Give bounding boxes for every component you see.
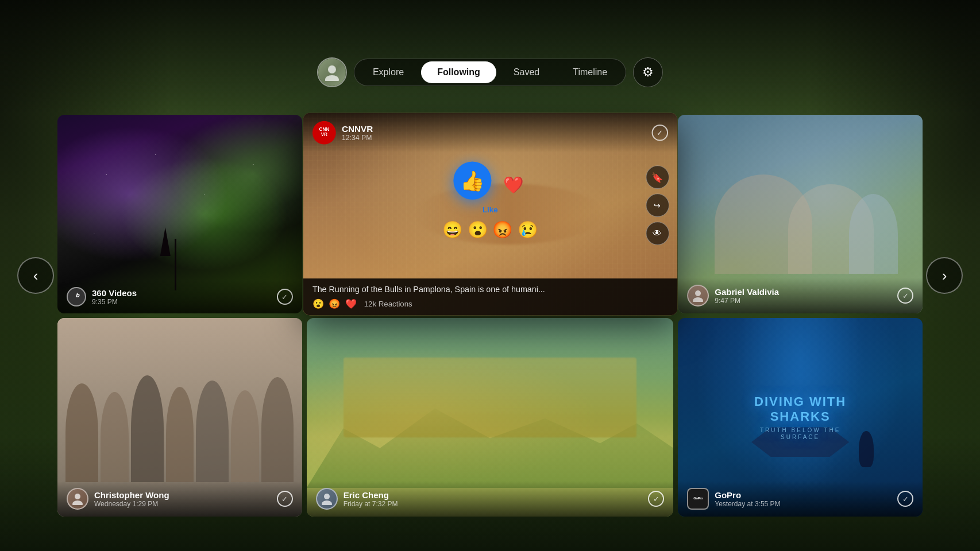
svg-point-6 bbox=[324, 494, 330, 499]
cnnvr-check[interactable]: ✓ bbox=[651, 125, 668, 141]
wow-reaction[interactable]: 😮 bbox=[467, 220, 488, 239]
card-gopro-check[interactable]: ✓ bbox=[897, 491, 913, 507]
prev-arrow-button[interactable]: ‹ bbox=[17, 257, 54, 294]
cnnvr-avatar: CNNVR bbox=[312, 121, 336, 145]
card-aurora-time: 9:35 PM bbox=[92, 298, 271, 306]
cnnvr-header: CNNVR CNNVR 12:34 PM ✓ bbox=[303, 113, 677, 153]
reactions-row: 😮 😡 ❤️ 12k Reactions bbox=[312, 298, 668, 309]
card-aurora-check[interactable]: ✓ bbox=[277, 289, 293, 305]
card-eric[interactable]: Eric Cheng Friday at 7:32 PM ✓ bbox=[307, 318, 674, 517]
caption-text: The Running of the Bulls in Pamplona, Sp… bbox=[312, 284, 668, 293]
svg-point-4 bbox=[75, 494, 80, 499]
reaction-count: 12k Reactions bbox=[364, 300, 412, 308]
card-avatar-gabriel bbox=[687, 285, 709, 306]
card-gopro-title: GoPro bbox=[715, 490, 892, 500]
card-eric-text: Eric Cheng Friday at 7:32 PM bbox=[344, 490, 643, 508]
heart-reaction[interactable]: ❤️ bbox=[503, 175, 524, 195]
share-button[interactable]: ↪ bbox=[646, 193, 669, 217]
content-grid: ᵇ 360 Videos 9:35 PM ✓ CNNVR CNNVR 12:34… bbox=[57, 115, 923, 517]
tab-saved[interactable]: Saved bbox=[497, 61, 555, 83]
settings-button[interactable]: ⚙ bbox=[633, 57, 663, 87]
card-aurora[interactable]: ᵇ 360 Videos 9:35 PM ✓ bbox=[57, 115, 302, 313]
person3 bbox=[849, 194, 898, 273]
action-buttons: 🔖 ↪ 👁 bbox=[646, 165, 669, 245]
haha-reaction[interactable]: 😄 bbox=[442, 220, 462, 239]
svg-point-7 bbox=[322, 500, 332, 505]
b-logo-letter: ᵇ bbox=[75, 292, 79, 302]
avatar-image bbox=[318, 59, 346, 86]
card-avatar-gopro: GoPro bbox=[687, 488, 709, 510]
cnnvr-time: 12:34 PM bbox=[342, 134, 646, 142]
cnnvr-text: CNNVR 12:34 PM bbox=[342, 123, 646, 142]
card-eric-check[interactable]: ✓ bbox=[648, 491, 664, 507]
sad-reaction[interactable]: 😢 bbox=[518, 220, 538, 239]
card-christopher[interactable]: Christopher Wong Wednesday 1:29 PM ✓ bbox=[57, 318, 302, 517]
reaction-heart-icon: ❤️ bbox=[345, 298, 357, 309]
cnnvr-name: CNNVR bbox=[342, 123, 646, 133]
card-eric-info: Eric Cheng Friday at 7:32 PM ✓ bbox=[307, 481, 674, 517]
chevron-right-icon: › bbox=[942, 267, 947, 285]
card-gopro[interactable]: DIVING WITH SHARKS TRUTH BELOW THE SURFA… bbox=[678, 318, 923, 517]
sharks-subtitle-text: TRUTH BELOW THE SURFACE bbox=[739, 426, 862, 440]
card-gabriel[interactable]: Gabriel Valdivia 9:47 PM ✓ bbox=[678, 115, 923, 313]
card-gabriel-info: Gabriel Valdivia 9:47 PM ✓ bbox=[678, 278, 923, 313]
golden-trees bbox=[344, 358, 637, 437]
gear-icon: ⚙ bbox=[642, 65, 654, 80]
next-arrow-button[interactable]: › bbox=[926, 257, 963, 294]
card-christopher-info: Christopher Wong Wednesday 1:29 PM ✓ bbox=[57, 481, 302, 517]
card-christopher-time: Wednesday 1:29 PM bbox=[94, 500, 271, 508]
emoji-reaction-popup: 👍 ❤️ Like 😄 😮 😡 😢 bbox=[442, 169, 538, 239]
svg-point-5 bbox=[72, 500, 83, 505]
like-icon: 👍 bbox=[460, 169, 484, 192]
tab-explore[interactable]: Explore bbox=[357, 61, 420, 83]
sharks-title-overlay: DIVING WITH SHARKS TRUTH BELOW THE SURFA… bbox=[739, 394, 862, 441]
card-aurora-info: ᵇ 360 Videos 9:35 PM ✓ bbox=[57, 280, 302, 313]
nav-tabs: Explore Following Saved Timeline bbox=[354, 59, 626, 86]
chevron-left-icon: ‹ bbox=[33, 267, 38, 285]
card-gopro-text: GoPro Yesterday at 3:55 PM bbox=[715, 490, 892, 508]
card-gopro-time: Yesterday at 3:55 PM bbox=[715, 500, 892, 508]
card-gabriel-time: 9:47 PM bbox=[715, 297, 892, 305]
card-aurora-title: 360 Videos bbox=[92, 288, 271, 298]
tab-timeline[interactable]: Timeline bbox=[557, 61, 623, 83]
card-christopher-check[interactable]: ✓ bbox=[277, 491, 293, 507]
svg-point-0 bbox=[328, 65, 336, 73]
svg-point-2 bbox=[695, 290, 701, 296]
like-button[interactable]: 👍 bbox=[453, 162, 491, 200]
hide-button[interactable]: 👁 bbox=[646, 222, 669, 245]
card-eric-title: Eric Cheng bbox=[344, 490, 643, 500]
caption-bar: The Running of the Bulls in Pamplona, Sp… bbox=[303, 278, 677, 315]
card-gabriel-text: Gabriel Valdivia 9:47 PM bbox=[715, 287, 892, 305]
header: Explore Following Saved Timeline ⚙ bbox=[317, 57, 663, 87]
tab-following[interactable]: Following bbox=[421, 61, 496, 83]
svg-point-1 bbox=[325, 75, 339, 81]
card-christopher-title: Christopher Wong bbox=[94, 490, 271, 500]
bookmark-icon: 🔖 bbox=[651, 172, 663, 183]
save-button[interactable]: 🔖 bbox=[646, 165, 669, 189]
card-gabriel-title: Gabriel Valdivia bbox=[715, 287, 892, 297]
eye-icon: 👁 bbox=[653, 228, 662, 238]
card-avatar-360videos: ᵇ bbox=[67, 287, 86, 306]
card-christopher-text: Christopher Wong Wednesday 1:29 PM bbox=[94, 490, 271, 508]
card-eric-time: Friday at 7:32 PM bbox=[344, 500, 643, 508]
card-gopro-info: GoPro GoPro Yesterday at 3:55 PM ✓ bbox=[678, 481, 923, 517]
sharks-title-text: DIVING WITH SHARKS bbox=[739, 394, 862, 425]
card-avatar-eric bbox=[316, 488, 338, 510]
card-gabriel-check[interactable]: ✓ bbox=[897, 288, 913, 304]
angry-reaction[interactable]: 😡 bbox=[492, 220, 513, 239]
card-aurora-text: 360 Videos 9:35 PM bbox=[92, 288, 271, 306]
card-cnnvr[interactable]: CNNVR CNNVR 12:34 PM ✓ 👍 ❤️ Like 😄 😮 😡 bbox=[303, 113, 677, 316]
user-avatar-button[interactable] bbox=[317, 57, 347, 87]
emoji-row-top: 👍 ❤️ bbox=[456, 169, 523, 200]
like-label: Like bbox=[483, 205, 498, 214]
card-avatar-christopher bbox=[67, 488, 88, 510]
svg-point-3 bbox=[693, 297, 703, 302]
reaction-wow-icon: 😮 bbox=[312, 298, 324, 309]
emoji-row-bottom: 😄 😮 😡 😢 bbox=[442, 220, 538, 239]
share-icon: ↪ bbox=[654, 201, 661, 210]
reaction-angry-icon: 😡 bbox=[329, 298, 340, 309]
